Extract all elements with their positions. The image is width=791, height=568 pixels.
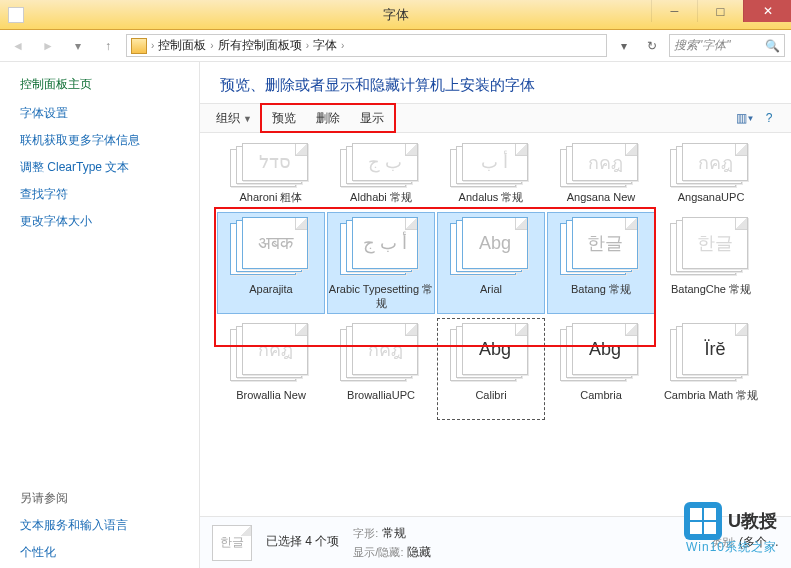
forward-button[interactable]: ► <box>36 34 60 58</box>
help-icon[interactable]: ? <box>759 108 779 128</box>
font-item[interactable]: अबकAparajita <box>218 213 324 313</box>
up-button[interactable]: ↑ <box>96 34 120 58</box>
font-thumbnail: סדל <box>230 143 312 187</box>
sidebar-link-font-size[interactable]: 更改字体大小 <box>20 213 179 230</box>
font-sample: Ïrĕ <box>704 339 725 360</box>
font-sample: Abg <box>479 339 511 360</box>
font-thumbnail: أ ب <box>450 143 532 187</box>
breadcrumb-l3[interactable]: 字体 <box>313 37 337 54</box>
back-button[interactable]: ◄ <box>6 34 30 58</box>
minimize-button[interactable] <box>651 0 697 22</box>
recent-dropdown[interactable]: ▾ <box>66 34 90 58</box>
font-label: Browallia New <box>236 389 306 417</box>
font-item[interactable]: กคฎAngsana New <box>548 139 654 207</box>
breadcrumb-sep-icon: › <box>306 40 309 51</box>
font-label: AngsanaUPC <box>678 191 745 205</box>
breadcrumb-l2[interactable]: 所有控制面板项 <box>218 37 302 54</box>
font-label: Aparajita <box>249 283 292 311</box>
address-bar[interactable]: › 控制面板 › 所有控制面板项 › 字体 › <box>126 34 607 57</box>
font-label: Arabic Typesetting 常规 <box>328 283 434 311</box>
font-item[interactable]: סדלAharoni 粗体 <box>218 139 324 207</box>
font-item[interactable]: أ ب جArabic Typesetting 常规 <box>328 213 434 313</box>
address-dropdown[interactable]: ▾ <box>613 34 635 57</box>
toolbar: 组织▼ 预览 删除 显示 ▥▼ ? <box>200 103 791 133</box>
navigation-bar: ◄ ► ▾ ↑ › 控制面板 › 所有控制面板项 › 字体 › ▾ ↻ 搜索"字… <box>0 30 791 62</box>
close-button[interactable] <box>743 0 791 22</box>
watermark-brand: U教授 <box>728 509 777 533</box>
show-button[interactable]: 显示 <box>352 108 392 129</box>
font-item[interactable]: AbgArial <box>438 213 544 313</box>
font-sample: ب ج <box>368 151 402 173</box>
font-item[interactable]: AbgCambria <box>548 319 654 419</box>
sidebar-link-text-services[interactable]: 文本服务和输入语言 <box>20 517 179 534</box>
sidebar-link-font-settings[interactable]: 字体设置 <box>20 105 179 122</box>
sidebar-link-more-fonts[interactable]: 联机获取更多字体信息 <box>20 132 179 149</box>
font-label: Cambria <box>580 389 622 417</box>
font-sample: أ ب <box>481 151 508 173</box>
window-titlebar: 字体 <box>0 0 791 30</box>
font-thumbnail: 한글 <box>670 217 752 279</box>
breadcrumb-sep-icon: › <box>151 40 154 51</box>
delete-button[interactable]: 删除 <box>308 108 348 129</box>
search-icon: 🔍 <box>765 39 780 53</box>
refresh-button[interactable]: ↻ <box>641 34 663 57</box>
showhide-label: 显示/隐藏: <box>353 546 403 558</box>
sidebar-link-cleartype[interactable]: 调整 ClearType 文本 <box>20 159 179 176</box>
font-item[interactable]: กคฎBrowallia New <box>218 319 324 419</box>
sidebar-link-find-char[interactable]: 查找字符 <box>20 186 179 203</box>
font-item[interactable]: กคฎAngsanaUPC <box>658 139 764 207</box>
font-item[interactable]: ÏrĕCambria Math 常规 <box>658 319 764 419</box>
search-placeholder: 搜索"字体" <box>674 37 731 54</box>
maximize-button[interactable] <box>697 0 743 22</box>
font-label: Andalus 常规 <box>459 191 524 205</box>
font-thumbnail: Ïrĕ <box>670 323 752 385</box>
folder-icon <box>131 38 147 54</box>
search-input[interactable]: 搜索"字体" 🔍 <box>669 34 785 57</box>
watermark-sub: Win10系统之家 <box>686 539 777 556</box>
sidebar: 控制面板主页 字体设置 联机获取更多字体信息 调整 ClearType 文本 查… <box>0 62 200 568</box>
font-label: Aharoni 粗体 <box>240 191 303 205</box>
font-sample: סדל <box>259 151 291 173</box>
font-label: Batang 常规 <box>571 283 631 311</box>
font-item[interactable]: 한글Batang 常规 <box>548 213 654 313</box>
watermark-logo-icon <box>684 502 722 540</box>
breadcrumb-sep-icon: › <box>210 40 213 51</box>
font-thumbnail: أ ب ج <box>340 217 422 279</box>
font-sample: กคฎ <box>588 148 623 177</box>
font-item[interactable]: กคฎBrowalliaUPC <box>328 319 434 419</box>
sidebar-heading[interactable]: 控制面板主页 <box>20 76 179 93</box>
font-sample: กคฎ <box>258 335 293 364</box>
font-grid: סדלAharoni 粗体ب جAldhabi 常规أ بAndalus 常规ก… <box>200 133 791 516</box>
font-thumbnail: Abg <box>450 217 532 279</box>
font-label: Arial <box>480 283 502 311</box>
font-label: Angsana New <box>567 191 636 205</box>
font-sample: 한글 <box>587 231 623 255</box>
organize-button[interactable]: 组织▼ <box>208 108 260 129</box>
font-label: BrowalliaUPC <box>347 389 415 417</box>
font-thumbnail: กคฎ <box>670 143 752 187</box>
font-thumbnail: กคฎ <box>230 323 312 385</box>
font-thumbnail: Abg <box>450 323 532 385</box>
font-sample: Abg <box>589 339 621 360</box>
breadcrumb-sep-icon: › <box>341 40 344 51</box>
window-title: 字体 <box>383 6 409 24</box>
showhide-value: 隐藏 <box>407 545 431 559</box>
preview-button[interactable]: 预览 <box>264 108 304 129</box>
watermark: U教授 <box>684 502 777 540</box>
font-thumbnail: ب ج <box>340 143 422 187</box>
font-item[interactable]: ب جAldhabi 常规 <box>328 139 434 207</box>
view-options-icon[interactable]: ▥▼ <box>735 108 755 128</box>
font-sample: 한글 <box>697 231 733 255</box>
font-thumbnail: अबक <box>230 217 312 279</box>
details-thumbnail: 한글 <box>212 525 252 561</box>
sidebar-link-personalize[interactable]: 个性化 <box>20 544 179 561</box>
font-sample: กคฎ <box>368 335 403 364</box>
font-thumbnail: 한글 <box>560 217 642 279</box>
font-label: BatangChe 常规 <box>671 283 751 311</box>
font-thumbnail: Abg <box>560 323 642 385</box>
font-item[interactable]: AbgCalibri <box>438 319 544 419</box>
font-item[interactable]: أ بAndalus 常规 <box>438 139 544 207</box>
content-pane: 预览、删除或者显示和隐藏计算机上安装的字体 组织▼ 预览 删除 显示 ▥▼ ? … <box>200 62 791 568</box>
font-item[interactable]: 한글BatangChe 常规 <box>658 213 764 313</box>
breadcrumb-l1[interactable]: 控制面板 <box>158 37 206 54</box>
